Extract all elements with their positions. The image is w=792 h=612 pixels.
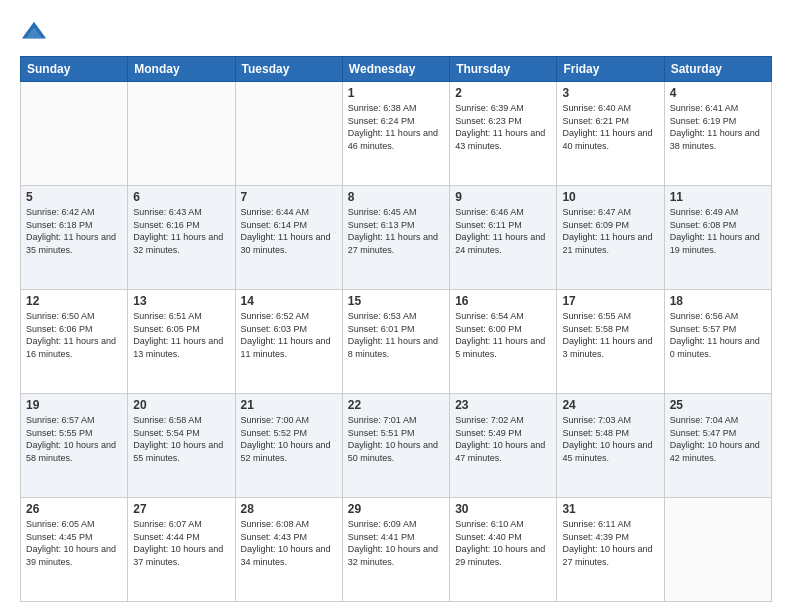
day-info: Sunrise: 6:57 AM Sunset: 5:55 PM Dayligh…	[26, 414, 122, 464]
day-number: 30	[455, 502, 551, 516]
day-info: Sunrise: 6:58 AM Sunset: 5:54 PM Dayligh…	[133, 414, 229, 464]
day-info: Sunrise: 6:52 AM Sunset: 6:03 PM Dayligh…	[241, 310, 337, 360]
col-wednesday: Wednesday	[342, 57, 449, 82]
calendar-week-row: 26Sunrise: 6:05 AM Sunset: 4:45 PM Dayli…	[21, 498, 772, 602]
table-row: 28Sunrise: 6:08 AM Sunset: 4:43 PM Dayli…	[235, 498, 342, 602]
table-row: 20Sunrise: 6:58 AM Sunset: 5:54 PM Dayli…	[128, 394, 235, 498]
table-row: 17Sunrise: 6:55 AM Sunset: 5:58 PM Dayli…	[557, 290, 664, 394]
table-row: 8Sunrise: 6:45 AM Sunset: 6:13 PM Daylig…	[342, 186, 449, 290]
day-number: 29	[348, 502, 444, 516]
day-info: Sunrise: 6:10 AM Sunset: 4:40 PM Dayligh…	[455, 518, 551, 568]
day-info: Sunrise: 6:45 AM Sunset: 6:13 PM Dayligh…	[348, 206, 444, 256]
table-row: 18Sunrise: 6:56 AM Sunset: 5:57 PM Dayli…	[664, 290, 771, 394]
calendar-week-row: 1Sunrise: 6:38 AM Sunset: 6:24 PM Daylig…	[21, 82, 772, 186]
day-number: 20	[133, 398, 229, 412]
day-info: Sunrise: 6:53 AM Sunset: 6:01 PM Dayligh…	[348, 310, 444, 360]
table-row: 10Sunrise: 6:47 AM Sunset: 6:09 PM Dayli…	[557, 186, 664, 290]
day-number: 17	[562, 294, 658, 308]
page: Sunday Monday Tuesday Wednesday Thursday…	[0, 0, 792, 612]
logo	[20, 18, 52, 46]
table-row: 21Sunrise: 7:00 AM Sunset: 5:52 PM Dayli…	[235, 394, 342, 498]
table-row: 22Sunrise: 7:01 AM Sunset: 5:51 PM Dayli…	[342, 394, 449, 498]
table-row: 11Sunrise: 6:49 AM Sunset: 6:08 PM Dayli…	[664, 186, 771, 290]
col-saturday: Saturday	[664, 57, 771, 82]
calendar-table: Sunday Monday Tuesday Wednesday Thursday…	[20, 56, 772, 602]
day-number: 3	[562, 86, 658, 100]
day-number: 22	[348, 398, 444, 412]
table-row: 26Sunrise: 6:05 AM Sunset: 4:45 PM Dayli…	[21, 498, 128, 602]
day-number: 13	[133, 294, 229, 308]
day-number: 21	[241, 398, 337, 412]
table-row: 12Sunrise: 6:50 AM Sunset: 6:06 PM Dayli…	[21, 290, 128, 394]
day-number: 12	[26, 294, 122, 308]
table-row: 31Sunrise: 6:11 AM Sunset: 4:39 PM Dayli…	[557, 498, 664, 602]
day-info: Sunrise: 6:46 AM Sunset: 6:11 PM Dayligh…	[455, 206, 551, 256]
table-row	[235, 82, 342, 186]
day-info: Sunrise: 7:04 AM Sunset: 5:47 PM Dayligh…	[670, 414, 766, 464]
day-number: 14	[241, 294, 337, 308]
table-row: 4Sunrise: 6:41 AM Sunset: 6:19 PM Daylig…	[664, 82, 771, 186]
day-info: Sunrise: 7:02 AM Sunset: 5:49 PM Dayligh…	[455, 414, 551, 464]
table-row: 7Sunrise: 6:44 AM Sunset: 6:14 PM Daylig…	[235, 186, 342, 290]
table-row: 5Sunrise: 6:42 AM Sunset: 6:18 PM Daylig…	[21, 186, 128, 290]
col-thursday: Thursday	[450, 57, 557, 82]
day-number: 18	[670, 294, 766, 308]
day-info: Sunrise: 6:41 AM Sunset: 6:19 PM Dayligh…	[670, 102, 766, 152]
day-info: Sunrise: 6:08 AM Sunset: 4:43 PM Dayligh…	[241, 518, 337, 568]
day-number: 6	[133, 190, 229, 204]
day-info: Sunrise: 6:07 AM Sunset: 4:44 PM Dayligh…	[133, 518, 229, 568]
table-row: 19Sunrise: 6:57 AM Sunset: 5:55 PM Dayli…	[21, 394, 128, 498]
col-tuesday: Tuesday	[235, 57, 342, 82]
header-row: Sunday Monday Tuesday Wednesday Thursday…	[21, 57, 772, 82]
day-info: Sunrise: 6:54 AM Sunset: 6:00 PM Dayligh…	[455, 310, 551, 360]
table-row: 14Sunrise: 6:52 AM Sunset: 6:03 PM Dayli…	[235, 290, 342, 394]
day-info: Sunrise: 6:47 AM Sunset: 6:09 PM Dayligh…	[562, 206, 658, 256]
day-number: 8	[348, 190, 444, 204]
day-number: 19	[26, 398, 122, 412]
day-number: 31	[562, 502, 658, 516]
day-info: Sunrise: 6:39 AM Sunset: 6:23 PM Dayligh…	[455, 102, 551, 152]
day-info: Sunrise: 6:49 AM Sunset: 6:08 PM Dayligh…	[670, 206, 766, 256]
day-number: 11	[670, 190, 766, 204]
table-row: 27Sunrise: 6:07 AM Sunset: 4:44 PM Dayli…	[128, 498, 235, 602]
day-info: Sunrise: 6:43 AM Sunset: 6:16 PM Dayligh…	[133, 206, 229, 256]
table-row: 25Sunrise: 7:04 AM Sunset: 5:47 PM Dayli…	[664, 394, 771, 498]
table-row	[21, 82, 128, 186]
header	[20, 18, 772, 46]
day-number: 9	[455, 190, 551, 204]
day-number: 26	[26, 502, 122, 516]
day-number: 16	[455, 294, 551, 308]
table-row: 23Sunrise: 7:02 AM Sunset: 5:49 PM Dayli…	[450, 394, 557, 498]
day-number: 10	[562, 190, 658, 204]
day-info: Sunrise: 6:40 AM Sunset: 6:21 PM Dayligh…	[562, 102, 658, 152]
day-info: Sunrise: 7:00 AM Sunset: 5:52 PM Dayligh…	[241, 414, 337, 464]
day-number: 1	[348, 86, 444, 100]
day-number: 24	[562, 398, 658, 412]
day-number: 25	[670, 398, 766, 412]
logo-icon	[20, 18, 48, 46]
day-info: Sunrise: 6:44 AM Sunset: 6:14 PM Dayligh…	[241, 206, 337, 256]
calendar-week-row: 19Sunrise: 6:57 AM Sunset: 5:55 PM Dayli…	[21, 394, 772, 498]
day-info: Sunrise: 6:55 AM Sunset: 5:58 PM Dayligh…	[562, 310, 658, 360]
day-number: 15	[348, 294, 444, 308]
day-number: 23	[455, 398, 551, 412]
calendar-week-row: 12Sunrise: 6:50 AM Sunset: 6:06 PM Dayli…	[21, 290, 772, 394]
calendar-week-row: 5Sunrise: 6:42 AM Sunset: 6:18 PM Daylig…	[21, 186, 772, 290]
table-row: 2Sunrise: 6:39 AM Sunset: 6:23 PM Daylig…	[450, 82, 557, 186]
table-row: 13Sunrise: 6:51 AM Sunset: 6:05 PM Dayli…	[128, 290, 235, 394]
table-row: 15Sunrise: 6:53 AM Sunset: 6:01 PM Dayli…	[342, 290, 449, 394]
day-number: 28	[241, 502, 337, 516]
day-info: Sunrise: 7:01 AM Sunset: 5:51 PM Dayligh…	[348, 414, 444, 464]
table-row: 30Sunrise: 6:10 AM Sunset: 4:40 PM Dayli…	[450, 498, 557, 602]
table-row: 24Sunrise: 7:03 AM Sunset: 5:48 PM Dayli…	[557, 394, 664, 498]
col-friday: Friday	[557, 57, 664, 82]
day-number: 5	[26, 190, 122, 204]
day-info: Sunrise: 6:38 AM Sunset: 6:24 PM Dayligh…	[348, 102, 444, 152]
day-number: 7	[241, 190, 337, 204]
day-info: Sunrise: 6:50 AM Sunset: 6:06 PM Dayligh…	[26, 310, 122, 360]
table-row: 16Sunrise: 6:54 AM Sunset: 6:00 PM Dayli…	[450, 290, 557, 394]
table-row: 9Sunrise: 6:46 AM Sunset: 6:11 PM Daylig…	[450, 186, 557, 290]
day-number: 2	[455, 86, 551, 100]
table-row: 1Sunrise: 6:38 AM Sunset: 6:24 PM Daylig…	[342, 82, 449, 186]
day-info: Sunrise: 7:03 AM Sunset: 5:48 PM Dayligh…	[562, 414, 658, 464]
